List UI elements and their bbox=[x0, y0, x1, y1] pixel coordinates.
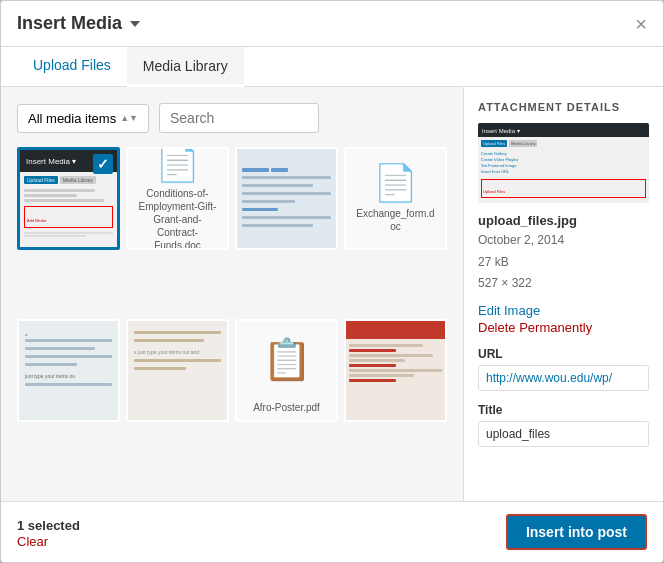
media-item-exchange-doc[interactable]: 📄 Exchange_form.doc bbox=[344, 147, 447, 250]
modal-title: Insert Media bbox=[17, 13, 140, 34]
media-item-insert-media[interactable]: Insert Media ▾ Upload Files Media Librar… bbox=[17, 147, 120, 250]
media-item-screenshot1[interactable] bbox=[235, 147, 338, 250]
doc-file-icon: 📄 bbox=[155, 147, 200, 181]
close-button[interactable]: × bbox=[635, 14, 647, 34]
selected-checkmark: ✓ bbox=[93, 154, 113, 174]
title-dropdown-arrow[interactable] bbox=[130, 21, 140, 27]
url-input[interactable] bbox=[478, 365, 649, 391]
insert-into-post-button[interactable]: Insert into post bbox=[506, 514, 647, 550]
modal-title-text: Insert Media bbox=[17, 13, 122, 34]
attachment-dimensions: 527 × 322 bbox=[478, 276, 532, 290]
modal-tabs: Upload Files Media Library bbox=[1, 47, 663, 87]
attachment-filesize: 27 kB bbox=[478, 255, 509, 269]
delete-permanently-link[interactable]: Delete Permanently bbox=[478, 320, 649, 335]
search-input[interactable] bbox=[159, 103, 319, 133]
modal-header: Insert Media × bbox=[1, 1, 663, 47]
media-item-afro-pdf[interactable]: 📋 Afro-Poster.pdf bbox=[235, 319, 338, 422]
doc-file-icon2: 📄 bbox=[373, 165, 418, 201]
exchange-filename-label: Exchange_form.doc bbox=[356, 207, 435, 233]
filter-arrows: ▲▼ bbox=[120, 113, 138, 123]
attachment-details-heading: ATTACHMENT DETAILS bbox=[478, 101, 649, 113]
attachment-date: October 2, 2014 bbox=[478, 233, 564, 247]
selected-count: 1 selected bbox=[17, 518, 80, 533]
media-item-screenshot3[interactable]: s just type your items out and bbox=[126, 319, 229, 422]
media-filter-select[interactable]: All media items ▲▼ bbox=[17, 104, 149, 133]
media-item-conditions-doc[interactable]: 📄 Conditions-of-Employment-Gift-Grant-an… bbox=[126, 147, 229, 250]
url-label: URL bbox=[478, 347, 649, 361]
tab-upload-files[interactable]: Upload Files bbox=[17, 47, 127, 86]
doc-filename-label: Conditions-of-Employment-Gift-Grant-and-… bbox=[138, 187, 217, 250]
attachment-preview-thumbnail: Insert Media ▾ Upload Files Media Librar… bbox=[478, 123, 649, 203]
tab-media-library[interactable]: Media Library bbox=[127, 47, 244, 87]
filter-label: All media items bbox=[28, 111, 116, 126]
modal-body: All media items ▲▼ Insert Media ▾ Upload… bbox=[1, 87, 663, 501]
attachment-details-panel: ATTACHMENT DETAILS Insert Media ▾ Upload… bbox=[463, 87, 663, 501]
pdf-filename-label: Afro-Poster.pdf bbox=[253, 401, 320, 414]
media-item-screenshot4[interactable] bbox=[344, 319, 447, 422]
clear-selection-link[interactable]: Clear bbox=[17, 534, 80, 549]
title-input[interactable] bbox=[478, 421, 649, 447]
media-item-screenshot2[interactable]: « just type your items ou bbox=[17, 319, 120, 422]
pdf-file-icon: 📋 bbox=[262, 336, 312, 383]
edit-image-link[interactable]: Edit Image bbox=[478, 303, 649, 318]
filter-bar: All media items ▲▼ bbox=[17, 103, 447, 133]
media-area: All media items ▲▼ Insert Media ▾ Upload… bbox=[1, 87, 463, 501]
title-label: Title bbox=[478, 403, 649, 417]
attachment-filename: upload_files.jpg bbox=[478, 213, 649, 228]
media-grid: Insert Media ▾ Upload Files Media Librar… bbox=[17, 147, 447, 485]
attachment-meta: October 2, 2014 27 kB 527 × 322 bbox=[478, 230, 649, 295]
footer-left: 1 selected Clear bbox=[17, 516, 80, 549]
modal-footer: 1 selected Clear Insert into post bbox=[1, 501, 663, 562]
insert-media-modal: Insert Media × Upload Files Media Librar… bbox=[0, 0, 664, 563]
